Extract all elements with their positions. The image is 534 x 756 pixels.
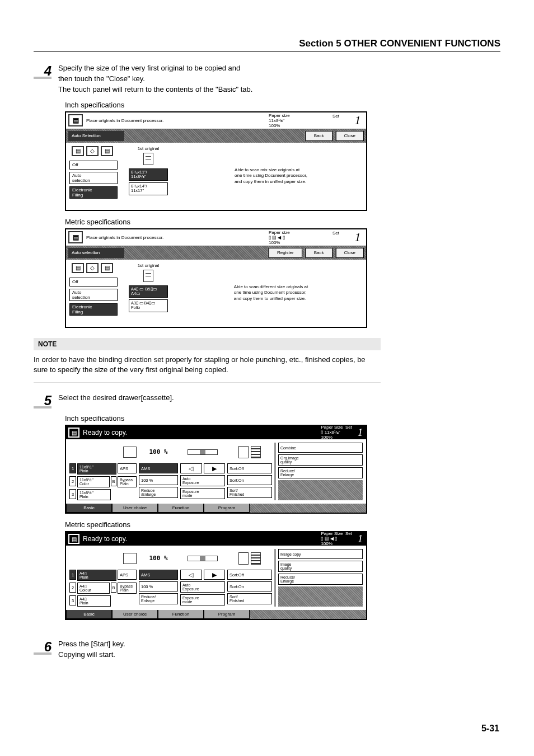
electronic-filing-button[interactable]: Electronic Filing xyxy=(69,303,118,316)
electronic-filing-button[interactable]: Electronic Filing xyxy=(69,186,118,199)
document-icon xyxy=(143,270,153,282)
reduce-enlarge-side-button[interactable]: Reduce/ Enlarge xyxy=(278,574,363,585)
size-chip-2[interactable]: A3▯ ▭B4▯▭ Folio xyxy=(129,299,168,312)
paper-zoom: 100% xyxy=(269,123,280,128)
tab-basic[interactable]: Basic xyxy=(66,504,112,513)
sort-finished-button[interactable]: Sort/ Finished xyxy=(227,487,272,498)
size-chip-2[interactable]: 8¹/₂x14"/ 11x17" xyxy=(129,182,168,195)
cassette-1-info[interactable]: 11x8¹/₂" Plain xyxy=(77,463,116,475)
size-chip-1[interactable]: 8¹/₂x11"/ 11x8¹/₂" xyxy=(129,168,168,181)
cassette-2[interactable]: 2 xyxy=(69,476,76,486)
set-label: Set xyxy=(332,112,349,129)
auto-selection-button[interactable]: Auto selection xyxy=(69,289,118,301)
inch-spec-label-1: Inch specifications xyxy=(65,101,500,109)
exposure-left[interactable]: ◁ xyxy=(180,463,202,473)
close-button[interactable]: Close xyxy=(336,131,364,141)
sort-on-button[interactable]: Sort:On xyxy=(227,581,272,591)
panel-title: Ready to copy. xyxy=(83,535,321,543)
panel-message: Place originals in Document processor. xyxy=(86,229,265,246)
auto-selection-panel-metric: ▤ Place originals in Document processor.… xyxy=(65,228,367,328)
image-quality-button[interactable]: Image quality xyxy=(278,561,363,572)
exposure-mode-button[interactable]: Exposure mode xyxy=(180,488,225,499)
paper-size-label: Paper size xyxy=(269,230,290,235)
reduce-enlarge-side-button[interactable]: Reduce/ Enlarge xyxy=(278,467,363,478)
ams-button[interactable]: AMS xyxy=(139,570,178,580)
cassette-1[interactable]: 1 xyxy=(69,570,76,580)
zoom-100-button[interactable]: 100 % xyxy=(139,475,178,485)
bypass-b[interactable]: B xyxy=(111,583,116,593)
orientation-icons: ▤◇▤ xyxy=(72,146,118,156)
cassette-3[interactable]: 3 xyxy=(69,595,76,605)
merge-copy-button[interactable]: Merge copy xyxy=(278,549,363,559)
step-number: 6 xyxy=(44,640,51,654)
ams-button[interactable]: AMS xyxy=(139,463,178,473)
tab-auto-selection[interactable]: Auto selection xyxy=(68,248,124,258)
set-count: 1 xyxy=(349,229,366,246)
cassette-1[interactable]: 1 xyxy=(69,463,76,473)
sort-off-button[interactable]: Sort:Off xyxy=(227,570,272,580)
panel-bar: Auto Selection Back Close xyxy=(66,129,366,143)
set-label: Set xyxy=(332,229,349,246)
note-block: NOTE In order to have the binding direct… xyxy=(34,338,500,383)
cassette-3-info[interactable]: A4▯ Plain xyxy=(77,595,111,607)
step-6-line1: Press the [Start] key. xyxy=(58,640,125,648)
register-button[interactable]: Register xyxy=(269,248,302,258)
step-number: 5 xyxy=(44,394,51,407)
sort-on-button[interactable]: Sort:On xyxy=(227,475,272,485)
info-text: Able to scan mix size originals at one t… xyxy=(179,146,363,206)
arrow-icon: ◇ xyxy=(86,146,99,156)
tab-user-choice[interactable]: User choice xyxy=(112,504,158,513)
auto-selection-panel-inch: ▤ Place originals in Document processor.… xyxy=(65,111,367,211)
close-button[interactable]: Close xyxy=(336,248,364,258)
combine-button[interactable]: Combine xyxy=(278,443,363,453)
sort-finished-button[interactable]: Sort/ Finished xyxy=(227,593,272,604)
cassette-2-info[interactable]: 11x8¹/₂" Color xyxy=(77,476,110,487)
aps-button[interactable]: APS xyxy=(118,463,137,473)
cassette-icon xyxy=(123,447,137,458)
cassette-2[interactable]: 2 xyxy=(69,583,76,593)
section-header: Section 5 OTHER CONVENIENT FUNCTIONS xyxy=(34,38,500,52)
metric-spec-label-2: Metric specifications xyxy=(65,520,500,529)
back-button[interactable]: Back xyxy=(306,248,332,258)
tab-program[interactable]: Program xyxy=(204,504,250,513)
bypass-b[interactable]: B xyxy=(111,476,116,486)
bypass-info[interactable]: Bypass Plain xyxy=(118,476,137,487)
cassette-2-info[interactable]: A4▯ Colour xyxy=(77,583,110,594)
cassette-3-info[interactable]: 11x8¹/₂" Plain xyxy=(77,489,111,500)
exposure-left[interactable]: ◁ xyxy=(180,570,202,580)
aps-button[interactable]: APS xyxy=(118,570,137,580)
auto-exposure-button[interactable]: Auto Exposure xyxy=(180,581,225,593)
cassette-3[interactable]: 3 xyxy=(69,489,76,499)
reduce-enlarge-button[interactable]: Reduce /Enlarge xyxy=(139,487,178,498)
tab-user-choice[interactable]: User choice xyxy=(112,610,158,619)
exposure-right[interactable]: ▶ xyxy=(204,463,226,473)
tab-basic[interactable]: Basic xyxy=(66,610,112,619)
note-divider xyxy=(34,382,381,383)
cassette-1-info[interactable]: A4▯ Plain xyxy=(77,570,116,581)
step-4: 4 Specify the size of the very first ori… xyxy=(34,63,500,95)
back-button[interactable]: Back xyxy=(306,131,332,141)
off-button[interactable]: Off xyxy=(69,161,118,170)
ready-to-copy-panel-metric: ▤ Ready to copy. Paper Size Set▯ ▤ ◀ ▯10… xyxy=(65,531,367,620)
tab-function[interactable]: Function xyxy=(158,610,204,619)
tab-auto-selection[interactable]: Auto Selection xyxy=(68,131,124,141)
tab-function[interactable]: Function xyxy=(158,504,204,513)
exposure-mode-button[interactable]: Exposure mode xyxy=(180,594,225,605)
zoom-100-button[interactable]: 100 % xyxy=(139,581,178,591)
sort-icon-2 xyxy=(251,446,261,458)
bypass-info[interactable]: Bypass Plain xyxy=(118,583,137,594)
set-count: 1 xyxy=(349,112,366,129)
auto-selection-button[interactable]: Auto selection xyxy=(69,172,118,184)
paper-zoom: 100% xyxy=(269,240,280,245)
step-4-line2: then touch the "Close" key. xyxy=(58,74,145,83)
size-chip-1[interactable]: A4▯ ▭ B5▯▭ A4▭ xyxy=(129,285,168,298)
off-button[interactable]: Off xyxy=(69,278,118,287)
exposure-right[interactable]: ▶ xyxy=(204,570,226,580)
orient-icon-1: ▤ xyxy=(72,146,84,156)
tab-program[interactable]: Program xyxy=(204,610,250,619)
org-image-quality-button[interactable]: Org.image quality xyxy=(278,454,363,466)
sort-off-button[interactable]: Sort:Off xyxy=(227,463,272,473)
paper-size-block: Paper size ▯ ▤ ◀ ▯ 100% xyxy=(265,229,332,246)
reduce-enlarge-button[interactable]: Reduce/ Enlarge xyxy=(139,593,178,604)
auto-exposure-button[interactable]: Auto Exposure xyxy=(180,475,225,486)
